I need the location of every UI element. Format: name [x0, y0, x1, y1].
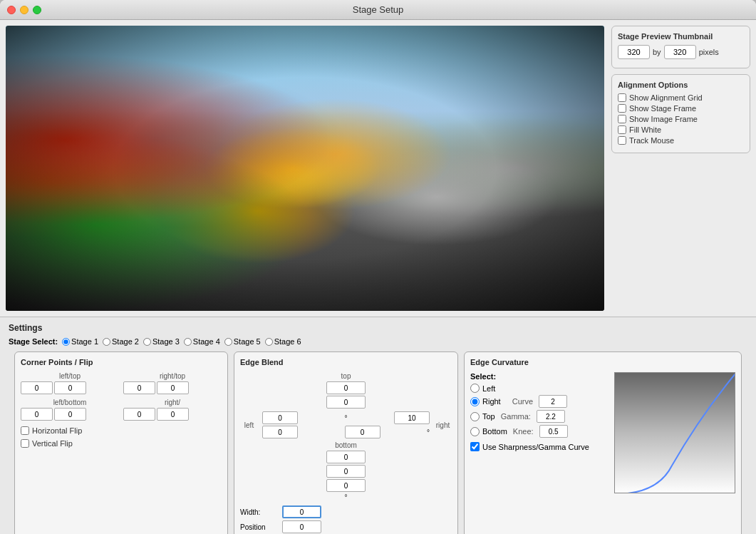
lb-y-input[interactable]	[54, 408, 86, 421]
knee-input[interactable]	[539, 425, 568, 438]
minimize-button[interactable]	[20, 6, 29, 14]
stage3-group: Stage 3	[143, 337, 180, 346]
select-label: Select:	[470, 372, 496, 381]
right-curve-radio[interactable]	[470, 397, 480, 406]
show-image-frame-row: Show Image Frame	[618, 115, 744, 123]
lt-y-input[interactable]	[54, 381, 86, 394]
track-mouse-row: Track Mouse	[618, 136, 744, 145]
stage1-radio[interactable]	[62, 338, 70, 346]
rb-y-input[interactable]	[157, 408, 189, 421]
position-input[interactable]	[282, 520, 321, 533]
edge-blend-panel: Edge Blend top left	[234, 351, 458, 534]
stage-select-row: Stage Select: Stage 1 Stage 2 Stage 3 St…	[9, 337, 747, 346]
stage2-radio[interactable]	[103, 338, 110, 346]
left-label: left	[240, 421, 258, 429]
right-select-row: Right Curve	[470, 395, 609, 408]
thumbnail-width[interactable]	[618, 45, 650, 59]
rt-cell: right/top	[123, 372, 222, 394]
width-ctrl-label: Width:	[240, 508, 279, 516]
stage5-radio[interactable]	[224, 338, 232, 346]
top-input-1[interactable]	[326, 381, 366, 394]
stage4-radio[interactable]	[184, 338, 192, 346]
curve-value-input[interactable]	[539, 395, 567, 408]
h-flip-label: Horizontal Flip	[32, 426, 82, 435]
show-image-frame-checkbox[interactable]	[618, 115, 626, 123]
alignment-title: Alignment Options	[618, 81, 744, 89]
close-button[interactable]	[7, 6, 16, 14]
right-input[interactable]	[394, 411, 430, 424]
v-flip-checkbox[interactable]	[21, 439, 29, 448]
fill-white-row: Fill White	[618, 125, 744, 134]
bottom-label: bottom	[335, 441, 357, 449]
position-label: Position	[240, 523, 279, 531]
top-input-2[interactable]	[326, 396, 366, 409]
bottom-input-2[interactable]	[326, 465, 366, 478]
bottom-panels: Corner Points / Flip left/top ri	[9, 351, 747, 534]
top-curve-radio[interactable]	[470, 412, 480, 421]
show-image-frame-label: Show Image Frame	[629, 115, 698, 123]
stage6-group: Stage 6	[265, 337, 301, 346]
lb-x-input[interactable]	[21, 408, 53, 421]
edge-blend-header: Edge Blend	[240, 358, 452, 366]
rt-x-input[interactable]	[123, 381, 155, 394]
show-stage-frame-row: Show Stage Frame	[618, 104, 744, 113]
width-input[interactable]	[282, 505, 321, 518]
settings-section: Settings Stage Select: Stage 1 Stage 2 S…	[0, 317, 756, 534]
show-alignment-grid-checkbox[interactable]	[618, 93, 626, 102]
stage6-radio[interactable]	[265, 338, 273, 346]
gamma-input[interactable]	[537, 410, 565, 423]
rt-label: right/top	[123, 372, 222, 380]
rb-label: right/	[123, 399, 222, 406]
top-section: Stage Preview Thumbnail by pixels Alignm…	[0, 20, 756, 317]
main-content: Stage Preview Thumbnail by pixels Alignm…	[0, 20, 756, 534]
bottom-input-1[interactable]	[326, 451, 366, 463]
stage3-radio[interactable]	[143, 338, 151, 346]
bottom-curve-label: Bottom	[482, 427, 507, 436]
corner-panel-header: Corner Points / Flip	[21, 358, 222, 366]
thumbnail-by: by	[653, 48, 661, 56]
curve-left: Select: Left Right Curve	[470, 372, 609, 493]
bottom-input-3[interactable]	[326, 479, 366, 492]
window-title: Stage Setup	[353, 4, 404, 15]
lt-inputs	[21, 381, 119, 394]
corner-points-panel: Corner Points / Flip left/top ri	[14, 351, 228, 534]
stage5-group: Stage 5	[224, 337, 261, 346]
rb-x-input[interactable]	[123, 408, 155, 421]
center-input-2[interactable]	[345, 426, 380, 438]
left-input[interactable]	[262, 411, 298, 424]
thumbnail-row: by pixels	[618, 45, 744, 59]
stage2-label: Stage 2	[112, 337, 139, 346]
fill-white-checkbox[interactable]	[618, 125, 626, 134]
use-curve-row: Use Sharpness/Gamma Curve	[470, 442, 609, 451]
right-label: right	[434, 421, 452, 429]
stage1-label: Stage 1	[71, 337, 98, 346]
thumbnail-pixels: pixels	[699, 48, 719, 56]
alignment-section: Alignment Options Show Alignment Grid Sh…	[611, 74, 750, 153]
lt-x-input[interactable]	[21, 381, 53, 394]
traffic-lights	[7, 6, 41, 14]
bottom-curve-radio[interactable]	[470, 427, 480, 436]
left-select-row: Left	[470, 384, 609, 393]
curve-canvas	[614, 372, 735, 493]
show-stage-frame-checkbox[interactable]	[618, 104, 626, 113]
show-stage-frame-label: Show Stage Frame	[629, 104, 696, 113]
use-curve-label: Use Sharpness/Gamma Curve	[482, 443, 589, 451]
rb-cell: right/	[123, 399, 222, 421]
lb-inputs	[21, 408, 119, 421]
edge-curvature-panel: Edge Curvature Select: Left	[464, 351, 742, 534]
show-alignment-grid-label: Show Alignment Grid	[629, 93, 703, 102]
rt-y-input[interactable]	[157, 381, 189, 394]
center-input-1[interactable]	[262, 426, 298, 438]
show-alignment-grid-row: Show Alignment Grid	[618, 93, 744, 102]
track-mouse-checkbox[interactable]	[618, 136, 626, 145]
position-row: Position	[240, 520, 452, 533]
v-flip-row: Vertical Flip	[21, 439, 222, 448]
thumbnail-height[interactable]	[664, 45, 696, 59]
use-curve-checkbox[interactable]	[470, 442, 480, 451]
maximize-button[interactable]	[33, 6, 41, 14]
lb-cell: left/bottom	[21, 399, 119, 421]
h-flip-checkbox[interactable]	[21, 426, 29, 435]
stage4-label: Stage 4	[193, 337, 220, 346]
top-label: top	[341, 372, 351, 380]
left-curve-radio[interactable]	[470, 384, 480, 393]
